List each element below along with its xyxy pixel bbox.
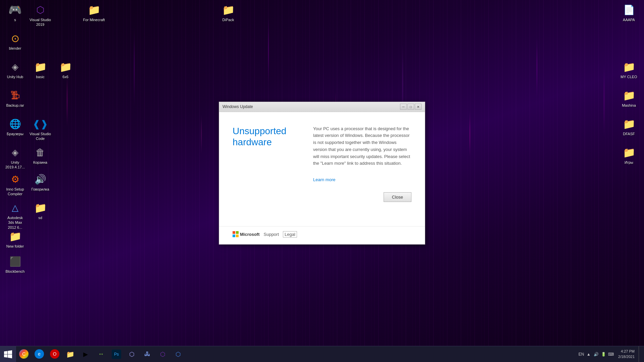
taskbar-media[interactable]: ▶ <box>78 346 93 362</box>
taskbar-chrome[interactable]: C <box>16 346 32 362</box>
ms-sq-yellow <box>236 235 239 237</box>
taskbar-date-text: 2/18/2021 <box>618 354 635 359</box>
sound-tray-icon[interactable]: 🔊 <box>593 351 599 358</box>
taskbar-app-last[interactable]: ⬡ <box>170 346 186 362</box>
dialog-description: Your PC uses a processor that is designe… <box>313 125 411 167</box>
start-button[interactable] <box>0 346 16 362</box>
learn-more-link[interactable]: Learn more <box>313 177 411 182</box>
footer-links: Microsoft Support Legal <box>233 231 297 238</box>
taskbar: C e O 📁 ▶ ↔ Ps ⬡ <box>0 346 644 362</box>
show-desktop-button[interactable] <box>639 346 641 362</box>
dialog-titlebar: Windows Update ─ □ ✕ <box>219 102 425 112</box>
dialog-title: Windows Update <box>222 104 400 109</box>
ms-sq-blue <box>233 235 235 237</box>
taskbar-app2[interactable]: ⬡ <box>124 346 140 362</box>
microsoft-logo: Microsoft <box>233 231 260 237</box>
modal-overlay: Windows Update ─ □ ✕ Unsupported hardwar… <box>0 0 644 346</box>
app-last-icon: ⬡ <box>174 350 183 359</box>
systray-icons: EN ▲ 🔊 🔋 ⌨ <box>578 351 614 358</box>
battery-tray-icon[interactable]: 🔋 <box>600 351 607 358</box>
taskbar-time-text: 4:27 PM <box>618 349 635 354</box>
taskbar-vs[interactable]: ⬡ <box>155 346 170 362</box>
dialog-body: Unsupported hardware Your PC uses a proc… <box>219 112 425 226</box>
taskbar-clock[interactable]: 4:27 PM 2/18/2021 <box>615 349 637 359</box>
close-window-button[interactable]: ✕ <box>415 104 422 110</box>
microsoft-text: Microsoft <box>240 232 260 237</box>
dialog-left-panel: Unsupported hardware <box>233 125 300 183</box>
taskbar-network-app[interactable]: 🖧 <box>140 346 155 362</box>
media-icon: ▶ <box>81 350 90 359</box>
language-text: EN <box>579 352 584 357</box>
desktop: 🎮 s ⊙ blender ⬡ Visual Studio 2019 📁 For… <box>0 0 644 362</box>
taskbar-edge[interactable]: e <box>32 346 47 362</box>
close-dialog-button[interactable]: Close <box>384 192 411 202</box>
dialog-button-row: Close <box>233 192 411 202</box>
edge-icon: e <box>35 349 44 359</box>
network-tray-icon[interactable]: ▲ <box>585 351 592 358</box>
app2-icon: ⬡ <box>127 350 137 359</box>
dialog-heading: Unsupported hardware <box>233 125 300 148</box>
taskbar-explorer[interactable]: 📁 <box>62 346 78 362</box>
explorer-icon: 📁 <box>65 350 75 359</box>
opera-icon: O <box>50 349 59 359</box>
maximize-button[interactable]: □ <box>407 104 414 110</box>
windows-update-dialog: Windows Update ─ □ ✕ Unsupported hardwar… <box>219 102 425 245</box>
legal-link[interactable]: Legal <box>283 231 297 238</box>
dialog-window-controls: ─ □ ✕ <box>400 104 422 110</box>
photoshop-icon: Ps <box>112 350 121 359</box>
minimize-button[interactable]: ─ <box>400 104 407 110</box>
dialog-right-panel: Your PC uses a processor that is designe… <box>313 125 411 183</box>
language-indicator[interactable]: EN <box>578 351 585 358</box>
dialog-footer: Microsoft Support Legal <box>219 226 425 244</box>
taskbar-system-tray: EN ▲ 🔊 🔋 ⌨ 4:27 PM 2/18/2021 <box>578 346 644 362</box>
network-app-icon: 🖧 <box>143 350 152 359</box>
keyboard-tray-icon[interactable]: ⌨ <box>607 351 614 358</box>
taskbar-app-icons: C e O 📁 ▶ ↔ Ps ⬡ <box>16 346 186 362</box>
chrome-icon: C <box>19 349 29 359</box>
dialog-content: Unsupported hardware Your PC uses a proc… <box>233 125 411 183</box>
ms-sq-red <box>233 231 235 234</box>
taskbar-opera[interactable]: O <box>47 346 62 362</box>
app1-icon: ↔ <box>96 350 106 359</box>
ms-sq-green <box>236 231 239 234</box>
ms-logo-squares <box>233 231 239 237</box>
vs-tb-icon: ⬡ <box>158 350 167 359</box>
taskbar-app1[interactable]: ↔ <box>93 346 109 362</box>
support-link[interactable]: Support <box>264 232 279 237</box>
taskbar-photoshop[interactable]: Ps <box>109 346 124 362</box>
windows-logo-icon <box>4 350 12 358</box>
